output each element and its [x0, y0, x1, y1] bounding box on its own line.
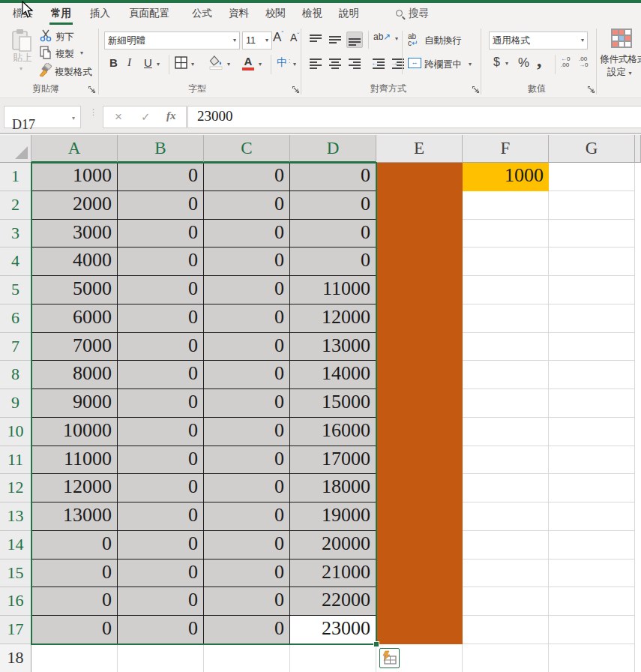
row-header-15[interactable]: 15	[0, 560, 31, 588]
cell-F1[interactable]: 1000	[463, 163, 549, 191]
copy-button[interactable]: 複製	[55, 48, 74, 61]
cell-G6[interactable]	[549, 304, 635, 333]
cell-G10[interactable]	[549, 418, 635, 446]
cell-B14[interactable]: 0	[118, 531, 204, 560]
cell-C1[interactable]: 0	[204, 163, 290, 191]
column-header-G[interactable]: G	[549, 135, 635, 163]
comma-format-button[interactable]: ,	[537, 50, 542, 72]
row-header-3[interactable]: 3	[0, 220, 31, 248]
align-left-icon[interactable]	[307, 56, 324, 72]
cancel-icon[interactable]: ×	[115, 110, 122, 124]
enter-icon[interactable]: ✓	[141, 110, 151, 124]
row-header-4[interactable]: 4	[0, 248, 31, 276]
cell-G16[interactable]	[549, 587, 635, 616]
tab-review[interactable]: 校閱	[264, 3, 287, 25]
cell-G12[interactable]	[549, 474, 635, 502]
column-header-E[interactable]: E	[376, 135, 463, 163]
cell-C17[interactable]: 0	[204, 616, 290, 644]
cell-D10[interactable]: 16000	[290, 418, 376, 446]
column-header-C[interactable]: C	[204, 135, 290, 163]
name-box-dropdown-icon[interactable]: ▾	[72, 115, 75, 122]
cell-A18[interactable]	[31, 644, 118, 672]
cell-A16[interactable]: 0	[31, 587, 118, 616]
cell-D7[interactable]: 13000	[290, 333, 376, 362]
cell-F9[interactable]	[463, 389, 549, 418]
row-header-5[interactable]: 5	[0, 276, 31, 304]
cell-A1[interactable]: 1000	[31, 163, 118, 191]
cell-A13[interactable]: 13000	[31, 502, 118, 531]
column-header-A[interactable]: A	[31, 135, 118, 163]
quick-analysis-button[interactable]	[379, 648, 400, 668]
font-size-combo[interactable]: 11▾	[242, 32, 272, 50]
cell-G2[interactable]	[549, 191, 635, 220]
cell-D5[interactable]: 11000	[290, 276, 376, 304]
row-header-1[interactable]: 1	[0, 163, 31, 191]
cell-B1[interactable]: 0	[118, 163, 204, 191]
cell-A17[interactable]: 0	[31, 616, 118, 644]
cell-F18[interactable]	[463, 644, 549, 672]
increase-indent-icon[interactable]: →	[390, 56, 406, 72]
cell-B10[interactable]: 0	[118, 418, 204, 446]
cell-C18[interactable]	[204, 644, 290, 672]
column-header-B[interactable]: B	[118, 135, 204, 163]
row-header-16[interactable]: 16	[0, 587, 31, 616]
cell-D16[interactable]: 22000	[290, 587, 376, 616]
conditional-formatting-button[interactable]: 條件式格式	[600, 53, 641, 66]
row-header-18[interactable]: 18	[0, 644, 31, 672]
borders-icon[interactable]	[175, 56, 188, 70]
fill-color-icon[interactable]	[209, 55, 224, 70]
align-center-icon[interactable]	[327, 56, 343, 72]
cell-B6[interactable]: 0	[118, 304, 204, 333]
cell-F5[interactable]	[463, 276, 549, 304]
align-right-icon[interactable]	[346, 56, 363, 72]
number-dialog-launcher-icon[interactable]	[587, 86, 595, 94]
cell-A10[interactable]: 10000	[31, 418, 118, 446]
row-header-8[interactable]: 8	[0, 361, 31, 389]
tab-help[interactable]: 說明	[337, 3, 361, 25]
cell-B18[interactable]	[118, 644, 204, 672]
cell-D4[interactable]: 0	[290, 248, 376, 276]
cell-G11[interactable]	[549, 446, 635, 475]
cell-F6[interactable]	[463, 304, 549, 333]
underline-dropdown-icon[interactable]: ▾	[157, 61, 160, 68]
cell-D11[interactable]: 17000	[290, 446, 376, 475]
cell-A5[interactable]: 5000	[31, 276, 118, 304]
row-header-9[interactable]: 9	[0, 389, 31, 418]
cell-C10[interactable]: 0	[204, 418, 290, 446]
cell-D18[interactable]	[290, 644, 376, 672]
align-top-icon[interactable]	[307, 32, 324, 48]
cell-D13[interactable]: 19000	[290, 502, 376, 531]
cell-B17[interactable]: 0	[118, 616, 204, 644]
row-header-2[interactable]: 2	[0, 191, 31, 220]
cell-D9[interactable]: 15000	[290, 389, 376, 418]
cell-C5[interactable]: 0	[204, 276, 290, 304]
cell-A6[interactable]: 6000	[31, 304, 118, 333]
cell-G13[interactable]	[549, 502, 635, 531]
align-middle-icon[interactable]	[327, 32, 343, 48]
cut-button[interactable]: 剪下	[55, 31, 74, 44]
cell-F12[interactable]	[463, 474, 549, 502]
decrease-decimal-icon[interactable]: .00 →0	[579, 56, 588, 68]
cell-D8[interactable]: 14000	[290, 361, 376, 389]
cell-C9[interactable]: 0	[204, 389, 290, 418]
cell-B9[interactable]: 0	[118, 389, 204, 418]
cell-F4[interactable]	[463, 248, 549, 276]
cell-F3[interactable]	[463, 220, 549, 248]
column-header-D[interactable]: D	[290, 135, 376, 163]
cell-A9[interactable]: 9000	[31, 389, 118, 418]
font-color-icon[interactable]: A	[242, 55, 254, 70]
cell-A3[interactable]: 3000	[31, 220, 118, 248]
alignment-dialog-launcher-icon[interactable]	[472, 86, 480, 94]
conditional-formatting-button-line2[interactable]: 設定 ▾	[607, 66, 632, 79]
formula-input[interactable]	[187, 106, 641, 128]
paste-dropdown-icon[interactable]: ▾	[19, 65, 22, 72]
cell-A11[interactable]: 11000	[31, 446, 118, 475]
cell-F11[interactable]	[463, 446, 549, 475]
cell-B8[interactable]: 0	[118, 361, 204, 389]
cell-B11[interactable]: 0	[118, 446, 204, 475]
cell-C7[interactable]: 0	[204, 333, 290, 362]
tab-formulas[interactable]: 公式	[190, 3, 214, 25]
cell-F2[interactable]	[463, 191, 549, 220]
cell-C6[interactable]: 0	[204, 304, 290, 333]
cell-C3[interactable]: 0	[204, 220, 290, 248]
